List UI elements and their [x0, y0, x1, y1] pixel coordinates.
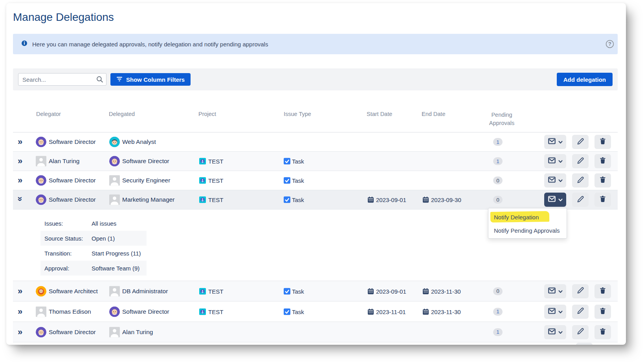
end-date-value: 2023-11-30 [431, 288, 461, 294]
filter-icon [116, 76, 123, 83]
delegator-avatar [36, 306, 46, 317]
detail-label: Transition: [40, 250, 92, 257]
issue-type-name: Task [292, 308, 304, 315]
notify-dropdown-button[interactable] [544, 193, 566, 207]
delegator-avatar [36, 195, 46, 205]
pending-approvals-badge: 1 [480, 138, 516, 146]
edit-delegation-button[interactable] [572, 193, 589, 207]
edit-delegation-button[interactable] [572, 284, 589, 298]
delegated-avatar [109, 137, 120, 147]
edit-delegation-button[interactable] [572, 173, 589, 188]
delete-delegation-button[interactable] [594, 193, 611, 207]
delete-delegation-button[interactable] [594, 135, 611, 149]
project-icon [199, 308, 206, 315]
envelope-icon [548, 157, 556, 165]
trash-icon [600, 328, 606, 336]
expand-row-chevron[interactable]: » [18, 307, 22, 316]
project-icon [199, 158, 206, 165]
search-field [18, 73, 106, 86]
edit-delegation-button[interactable] [572, 325, 589, 339]
show-column-filters-button[interactable]: Show Column Filters [110, 73, 191, 86]
chevron-down-icon [558, 177, 563, 184]
trash-icon [600, 287, 606, 296]
delete-delegation-button[interactable] [594, 173, 611, 188]
delegated-avatar [109, 156, 120, 167]
header-start-date: Start Date [367, 111, 392, 117]
trash-icon [600, 176, 606, 185]
notify-dropdown-button[interactable] [544, 305, 566, 319]
expand-row-chevron[interactable]: » [18, 138, 22, 146]
calendar-icon [422, 288, 429, 294]
menu-item-notify-delegation[interactable]: Notify Delegation [488, 210, 567, 224]
delete-delegation-button[interactable] [594, 325, 611, 339]
start-date-value: 2023-09-01 [376, 197, 406, 203]
menu-item-notify-pending-approvals[interactable]: Notify Pending Approvals [488, 224, 567, 237]
start-date-value: 2023-11-01 [376, 308, 406, 315]
delegator-name: Software Director [49, 138, 96, 145]
calendar-icon [367, 288, 374, 294]
expand-row-chevron[interactable]: » [18, 327, 22, 336]
header-issue-type: Issue Type [284, 111, 311, 117]
notify-dropdown-button[interactable] [544, 325, 566, 339]
issue-type-name: Task [292, 288, 304, 294]
delegated-name: Security Engineer [122, 177, 170, 184]
envelope-icon [548, 138, 556, 146]
notify-dropdown-button[interactable] [544, 135, 566, 149]
calendar-icon [367, 308, 374, 315]
detail-value: Software Team (9) [92, 265, 139, 272]
expand-row-chevron[interactable]: » [18, 176, 22, 185]
delete-delegation-button[interactable] [594, 154, 611, 168]
chevron-down-icon [558, 158, 563, 165]
project-icon [199, 288, 206, 294]
detail-row: Approval:Software Team (9) [40, 261, 147, 276]
chevron-down-icon [558, 138, 563, 145]
delegated-avatar [109, 327, 120, 337]
chevron-down-icon [558, 196, 563, 203]
delegation-row: »Thomas EdisonSoftware DirectorTESTTask2… [13, 301, 618, 322]
header-delegated: Delegated [109, 111, 135, 117]
notify-dropdown-button[interactable] [544, 154, 566, 168]
edit-delegation-button[interactable] [572, 305, 589, 319]
delegator-avatar [36, 327, 46, 337]
delegator-name: Thomas Edison [49, 308, 91, 315]
pending-approvals-badge: 1 [480, 328, 516, 336]
pencil-icon [577, 195, 584, 204]
notify-dropdown-button[interactable] [544, 173, 566, 188]
pending-approvals-badge: 0 [480, 176, 516, 184]
collapse-row-chevron[interactable]: » [16, 197, 24, 201]
partial-row-button [576, 343, 593, 345]
detail-value: Open (1) [92, 235, 115, 242]
pending-approvals-badge: 0 [480, 196, 516, 204]
delegator-avatar [36, 156, 46, 167]
calendar-icon [367, 197, 374, 203]
project-icon [199, 197, 206, 203]
delegated-avatar [109, 195, 120, 205]
add-delegation-button[interactable]: Add delegation [557, 73, 613, 86]
delete-delegation-button[interactable] [594, 305, 611, 319]
edit-delegation-button[interactable] [572, 135, 589, 149]
trash-icon [600, 307, 606, 316]
delegation-row: »Alan TuringSoftware DirectorTESTTask1 [13, 152, 618, 171]
delegated-name: Alan Turing [122, 329, 153, 336]
trash-icon [600, 195, 606, 204]
delegator-avatar [36, 137, 46, 147]
edit-delegation-button[interactable] [572, 154, 589, 168]
expand-row-chevron[interactable]: » [18, 157, 22, 165]
pencil-icon [577, 138, 584, 147]
project-icon [199, 177, 206, 184]
page-title: Manage Delegations [13, 11, 114, 24]
pencil-icon [577, 307, 584, 316]
notify-dropdown-menu: Notify DelegationNotify Pending Approval… [488, 208, 567, 239]
expand-row-chevron[interactable]: » [18, 287, 22, 295]
help-icon[interactable]: ? [605, 40, 614, 48]
task-icon [284, 197, 290, 203]
delete-delegation-button[interactable] [594, 284, 611, 298]
delegator-avatar [36, 175, 46, 186]
envelope-icon [548, 287, 556, 295]
notify-dropdown-button[interactable] [544, 284, 566, 298]
detail-row: Source Status:Open (1) [40, 231, 147, 246]
delegated-name: Web Analyst [122, 138, 156, 145]
issue-type-name: Task [292, 197, 304, 203]
detail-row: Transition:Start Progress (11) [40, 246, 147, 261]
search-input[interactable] [18, 73, 106, 86]
